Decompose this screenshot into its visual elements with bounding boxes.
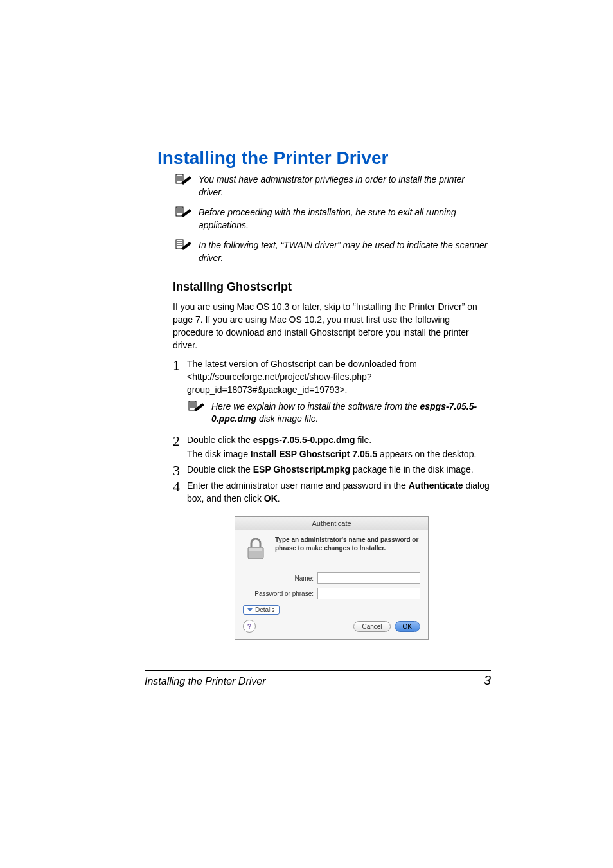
step-1: The latest version of Ghostscript can be… <box>173 357 491 397</box>
page-title: Installing the Printer Driver <box>157 148 491 168</box>
password-field[interactable] <box>317 588 420 599</box>
note-1: You must have administrator privileges i… <box>175 174 491 199</box>
svg-rect-0 <box>176 174 183 183</box>
dialog-message: Type an administrator's name and passwor… <box>275 536 420 552</box>
chevron-down-icon <box>247 608 253 611</box>
details-button[interactable]: Details <box>243 605 280 615</box>
note-icon <box>175 206 192 221</box>
note-text: You must have administrator privileges i… <box>199 174 491 199</box>
footer-title: Installing the Printer Driver <box>145 676 266 687</box>
dialog-title: Authenticate <box>235 517 428 530</box>
note-icon <box>188 401 205 415</box>
inline-note: Here we explain how to install the softw… <box>188 401 491 426</box>
section-title: Installing Ghostscript <box>173 280 491 294</box>
footer-page-number: 3 <box>484 673 491 688</box>
name-label: Name: <box>243 575 314 582</box>
svg-rect-12 <box>189 401 196 410</box>
password-label: Password or phrase: <box>243 590 314 597</box>
note-3: In the following text, “TWAIN driver” ma… <box>175 239 491 264</box>
inline-note-text: Here we explain how to install the softw… <box>211 401 491 426</box>
svg-rect-17 <box>249 548 262 551</box>
note-icon <box>175 239 192 253</box>
step-1-text: The latest version of Ghostscript can be… <box>187 359 417 395</box>
step-4: Enter the administrator user name and pa… <box>173 479 491 505</box>
ok-button[interactable]: OK <box>395 621 420 632</box>
svg-rect-4 <box>176 207 183 216</box>
step-2: Double click the espgs-7.05.5-0.ppc.dmg … <box>173 433 491 461</box>
authenticate-dialog: Authenticate Type an administrator's nam… <box>235 516 429 640</box>
lock-icon <box>243 536 269 561</box>
name-field[interactable] <box>317 572 420 584</box>
step-3: Double click the ESP Ghostscript.mpkg pa… <box>173 463 491 476</box>
cancel-button[interactable]: Cancel <box>353 621 390 632</box>
note-text: Before proceeding with the installation,… <box>199 206 491 231</box>
note-2: Before proceeding with the installation,… <box>175 206 491 231</box>
page-footer: Installing the Printer Driver 3 <box>145 670 491 688</box>
svg-rect-8 <box>176 240 183 249</box>
help-button[interactable]: ? <box>243 620 256 633</box>
note-text: In the following text, “TWAIN driver” ma… <box>199 239 491 264</box>
note-icon <box>175 174 192 188</box>
section-intro: If you are using Mac OS 10.3 or later, s… <box>173 300 491 352</box>
